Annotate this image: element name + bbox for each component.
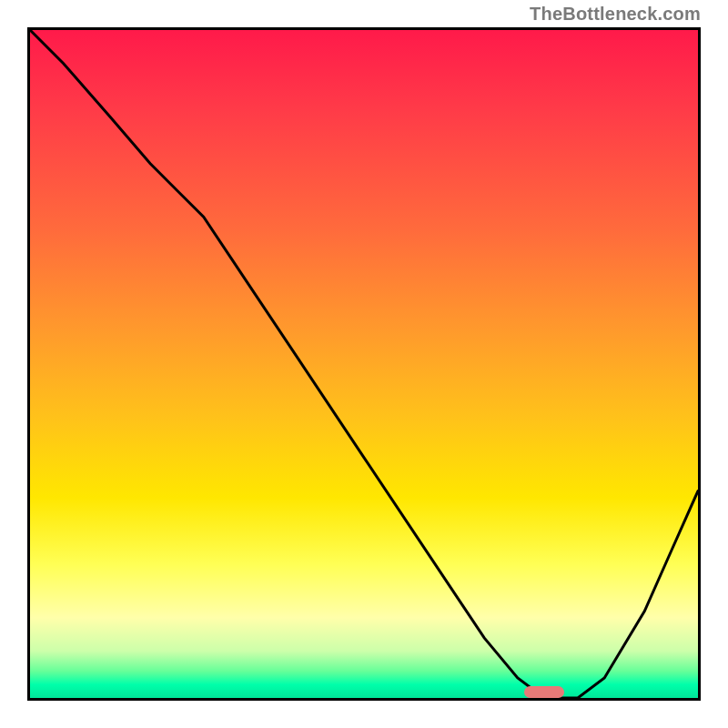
watermark-text: TheBottleneck.com	[530, 4, 701, 25]
optimum-marker	[524, 686, 564, 698]
chart-curve-path	[30, 30, 698, 698]
chart-curve-svg	[30, 30, 698, 698]
chart-frame	[27, 27, 701, 701]
